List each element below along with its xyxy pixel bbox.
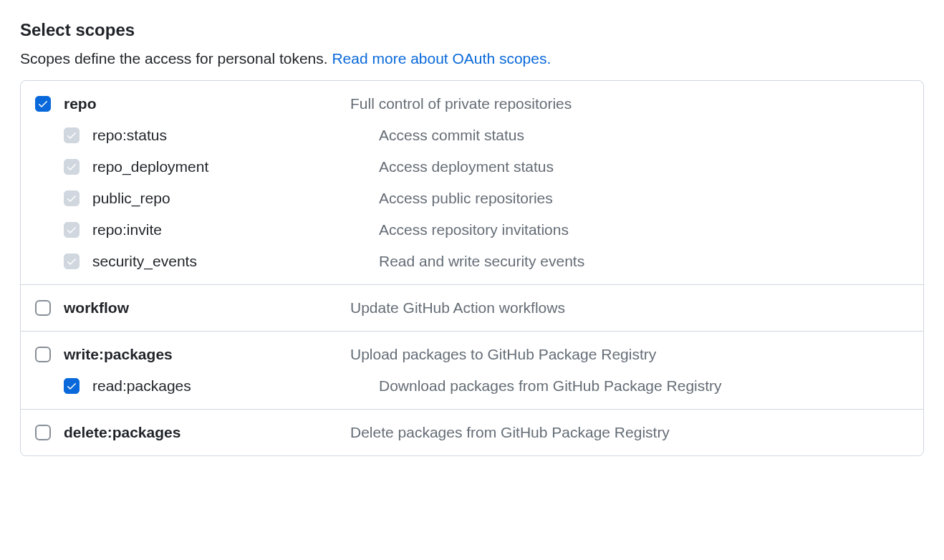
scope-group-delete-packages: delete:packagesDelete packages from GitH… [21,410,923,455]
checkbox-repo-status [64,127,80,143]
scope-row-repo-invite: repo:inviteAccess repository invitations [21,214,923,246]
scope-row-write-packages: write:packagesUpload packages to GitHub … [21,332,923,370]
checkbox-workflow[interactable] [35,300,51,316]
check-icon [66,224,77,236]
checkbox-wrap [64,222,92,238]
scope-row-public-repo: public_repoAccess public repositories [21,183,923,214]
check-icon [66,380,77,392]
scope-desc-write-packages: Upload packages to GitHub Package Regist… [350,346,909,363]
scope-desc-security-events: Read and write security events [379,253,909,270]
scope-label-write-packages[interactable]: write:packages [64,346,350,363]
scope-desc-public-repo: Access public repositories [379,190,909,207]
checkbox-wrap [35,425,64,440]
scope-row-workflow: workflowUpdate GitHub Action workflows [21,285,923,331]
scope-label-repo-deployment[interactable]: repo_deployment [92,158,379,175]
checkbox-repo[interactable] [35,96,51,112]
checkbox-wrap [64,378,92,394]
checkbox-wrap [35,300,64,316]
checkbox-public-repo [64,190,80,206]
scope-desc-repo: Full control of private repositories [350,95,909,112]
scope-desc-repo-status: Access commit status [379,127,909,144]
scope-label-public-repo[interactable]: public_repo [92,190,379,207]
scope-label-read-packages[interactable]: read:packages [92,377,379,395]
scope-row-security-events: security_eventsRead and write security e… [21,246,923,284]
oauth-scopes-link[interactable]: Read more about OAuth scopes. [332,50,551,67]
scope-desc-repo-deployment: Access deployment status [379,158,909,175]
scope-label-repo-status[interactable]: repo:status [92,127,379,144]
check-icon [37,98,49,110]
checkbox-read-packages[interactable] [64,378,80,394]
scope-row-repo-deployment: repo_deploymentAccess deployment status [21,151,923,183]
scope-row-read-packages: read:packagesDownload packages from GitH… [21,370,923,409]
scope-group-write-packages: write:packagesUpload packages to GitHub … [21,332,923,410]
checkbox-repo-invite [64,222,80,238]
checkbox-wrap [64,159,92,175]
scope-row-delete-packages: delete:packagesDelete packages from GitH… [21,410,923,455]
scopes-description: Scopes define the access for personal to… [20,50,924,67]
scope-label-workflow[interactable]: workflow [64,299,350,317]
check-icon [66,161,77,173]
scope-group-workflow: workflowUpdate GitHub Action workflows [21,285,923,332]
scope-label-delete-packages[interactable]: delete:packages [64,424,350,441]
scope-group-repo: repoFull control of private repositories… [21,81,923,285]
scope-desc-delete-packages: Delete packages from GitHub Package Regi… [350,424,909,441]
select-scopes-heading: Select scopes [20,20,924,40]
scope-desc-repo-invite: Access repository invitations [379,221,909,238]
check-icon [66,256,77,267]
checkbox-wrap [35,347,64,362]
check-icon [66,130,77,141]
checkbox-wrap [64,127,92,143]
check-icon [66,193,77,204]
checkbox-delete-packages[interactable] [35,425,51,440]
scopes-description-text: Scopes define the access for personal to… [20,50,332,67]
checkbox-wrap [64,254,92,269]
scope-desc-workflow: Update GitHub Action workflows [350,299,909,317]
checkbox-write-packages[interactable] [35,347,51,362]
scopes-container: repoFull control of private repositories… [20,80,924,456]
checkbox-security-events [64,254,80,269]
checkbox-wrap [64,190,92,206]
scope-desc-read-packages: Download packages from GitHub Package Re… [379,377,909,395]
scope-label-repo[interactable]: repo [64,95,350,112]
scope-label-security-events[interactable]: security_events [92,253,379,270]
scope-label-repo-invite[interactable]: repo:invite [92,221,379,238]
scope-row-repo-status: repo:statusAccess commit status [21,120,923,151]
checkbox-repo-deployment [64,159,80,175]
checkbox-wrap [35,96,64,112]
scope-row-repo: repoFull control of private repositories [21,81,923,120]
